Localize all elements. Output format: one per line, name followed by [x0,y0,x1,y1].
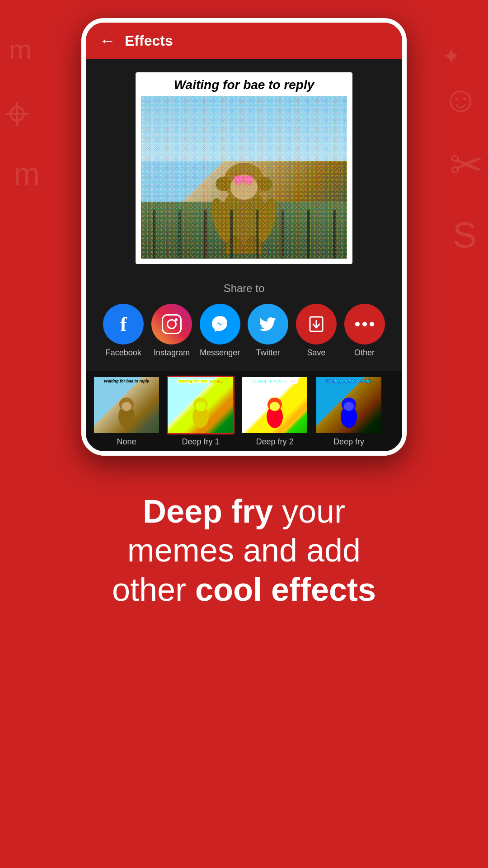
instagram-icon [162,314,182,334]
other-icon [355,322,374,326]
effect-deep-fry-2[interactable]: Waiting for bae to reply Deep fry 2 [239,376,311,447]
share-instagram[interactable]: Instagram [151,304,192,358]
phone-frame: ← Effects Waiting for bae to reply [81,18,407,456]
share-save[interactable]: Save [296,304,337,358]
share-facebook[interactable]: f Facebook [103,304,144,358]
save-icon [306,314,326,334]
facebook-label: Facebook [106,348,141,358]
effect-deep-fry-1-label: Deep fry 1 [182,437,219,447]
bottom-other: other [112,571,195,608]
twitter-label: Twitter [256,348,280,358]
share-other[interactable]: Other [344,304,385,358]
meme-area: Waiting for bae to reply [86,59,402,273]
facebook-icon: f [120,313,127,336]
share-twitter[interactable]: Twitter [248,304,288,358]
bottom-cool-effects: cool effects [195,571,376,608]
page-title: Effects [125,33,173,49]
share-messenger[interactable]: Messenger [200,304,240,358]
effect-deep-fry-3[interactable]: Waiting for bae to reply Deep fry [313,376,385,447]
share-section: Share to f Facebook Instagram [86,273,402,371]
share-icons-row: f Facebook Instagram [99,304,389,358]
bottom-regular-1: your [273,493,345,529]
facebook-circle: f [103,304,144,344]
svg-point-2 [216,177,232,191]
bottom-headline: Deep fry your memes and add other cool e… [36,492,452,609]
messenger-circle [200,304,240,344]
back-button[interactable]: ← [99,31,116,50]
effect-none-img: Waiting for bae to reply [93,376,160,434]
svg-point-20 [270,402,280,411]
effect-deep-fry-1[interactable]: Waiting for bae to reply Deep fry 1 [164,376,237,447]
meme-text: Waiting for bae to reply [141,78,347,92]
save-label: Save [307,348,325,358]
save-circle [296,304,337,344]
other-circle [344,304,385,344]
bottom-line2: memes and add [127,532,361,568]
svg-text:♥♥: ♥♥ [234,170,253,189]
messenger-label: Messenger [200,348,240,358]
top-bar: ← Effects [86,23,402,59]
svg-point-14 [122,402,131,411]
meme-image: ♥♥ [141,96,347,259]
bottom-bold-1: Deep fry [143,493,273,529]
effect-deep-fry-3-label: Deep fry [333,437,364,447]
effect-deep-fry-3-img: Waiting for bae to reply [315,376,383,434]
messenger-icon [210,314,230,334]
svg-point-23 [344,402,354,411]
svg-point-3 [256,177,272,191]
phone-wrapper: ← Effects Waiting for bae to reply [0,0,488,465]
twitter-icon [258,314,278,334]
instagram-label: Instagram [154,348,190,358]
effect-none-label: None [117,437,136,447]
effect-none[interactable]: Waiting for bae to reply None [90,376,163,447]
bottom-text-area: Deep fry your memes and add other cool e… [0,465,488,645]
effect-deep-fry-1-img: Waiting for bae to reply [167,376,235,434]
other-label: Other [354,348,375,358]
effects-row: Waiting for bae to reply None Waiting fo… [86,371,402,451]
svg-point-17 [196,402,206,411]
effect-deep-fry-2-label: Deep fry 2 [256,437,293,447]
instagram-circle [151,304,192,344]
effect-deep-fry-2-img: Waiting for bae to reply [241,376,309,434]
share-title: Share to [99,282,389,295]
meme-card: Waiting for bae to reply [136,72,352,264]
twitter-circle [248,304,288,344]
